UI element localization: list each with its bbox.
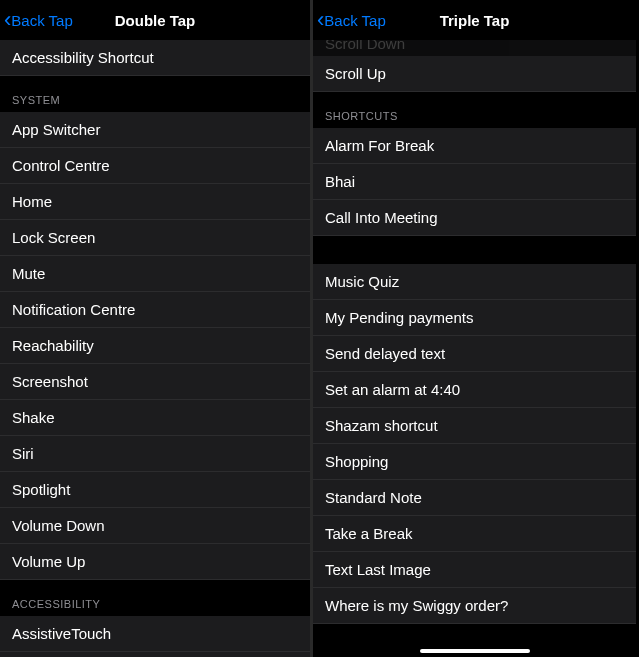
system-group: App Switcher Control Centre Home Lock Sc… [0, 112, 310, 580]
option-take-a-break[interactable]: Take a Break [313, 516, 636, 552]
settings-list: Accessibility Shortcut SYSTEM App Switch… [0, 40, 310, 657]
shortcuts-group-continued: Music Quiz My Pending payments Send dela… [313, 264, 636, 624]
option-reachability[interactable]: Reachability [0, 328, 310, 364]
option-shazam-shortcut[interactable]: Shazam shortcut [313, 408, 636, 444]
option-app-switcher[interactable]: App Switcher [0, 112, 310, 148]
shortcuts-group: Alarm For Break Bhai Call Into Meeting [313, 128, 636, 236]
option-swiggy-order[interactable]: Where is my Swiggy order? [313, 588, 636, 624]
nav-bar: ‹ Back Tap Double Tap [0, 0, 310, 40]
option-accessibility-shortcut[interactable]: Accessibility Shortcut [0, 40, 310, 76]
option-alarm-for-break[interactable]: Alarm For Break [313, 128, 636, 164]
option-volume-down[interactable]: Volume Down [0, 508, 310, 544]
screen-double-tap: ‹ Back Tap Double Tap Accessibility Shor… [0, 0, 313, 657]
chevron-left-icon: ‹ [4, 9, 11, 31]
home-indicator-area [313, 649, 636, 653]
option-lock-screen[interactable]: Lock Screen [0, 220, 310, 256]
option-spotlight[interactable]: Spotlight [0, 472, 310, 508]
option-standard-note[interactable]: Standard Note [313, 480, 636, 516]
chevron-left-icon: ‹ [317, 9, 324, 31]
option-siri[interactable]: Siri [0, 436, 310, 472]
option-classic-invert[interactable]: Classic Invert [0, 652, 310, 657]
option-my-pending-payments[interactable]: My Pending payments [313, 300, 636, 336]
option-set-an-alarm[interactable]: Set an alarm at 4:40 [313, 372, 636, 408]
back-button[interactable]: ‹ Back Tap [313, 9, 386, 31]
page-title: Triple Tap [440, 12, 510, 29]
option-scroll-down-partial[interactable]: Scroll Down [313, 40, 636, 56]
option-bhai[interactable]: Bhai [313, 164, 636, 200]
back-label: Back Tap [11, 12, 72, 29]
option-control-centre[interactable]: Control Centre [0, 148, 310, 184]
option-text-last-image[interactable]: Text Last Image [313, 552, 636, 588]
option-volume-up[interactable]: Volume Up [0, 544, 310, 580]
home-indicator-icon [420, 649, 530, 653]
option-scroll-up[interactable]: Scroll Up [313, 56, 636, 92]
option-shake[interactable]: Shake [0, 400, 310, 436]
page-title: Double Tap [115, 12, 196, 29]
section-header-system: SYSTEM [0, 76, 310, 112]
back-label: Back Tap [324, 12, 385, 29]
option-mute[interactable]: Mute [0, 256, 310, 292]
option-music-quiz[interactable]: Music Quiz [313, 264, 636, 300]
option-screenshot[interactable]: Screenshot [0, 364, 310, 400]
section-header-shortcuts: SHORTCUTS [313, 92, 636, 128]
option-home[interactable]: Home [0, 184, 310, 220]
back-button[interactable]: ‹ Back Tap [0, 9, 73, 31]
section-header-accessibility: ACCESSIBILITY [0, 580, 310, 616]
option-notification-centre[interactable]: Notification Centre [0, 292, 310, 328]
screen-triple-tap: ‹ Back Tap Triple Tap Scroll Down Scroll… [313, 0, 636, 657]
nav-bar: ‹ Back Tap Triple Tap [313, 0, 636, 40]
option-send-delayed-text[interactable]: Send delayed text [313, 336, 636, 372]
option-shopping[interactable]: Shopping [313, 444, 636, 480]
settings-list: Scroll Down Scroll Up SHORTCUTS Alarm Fo… [313, 40, 636, 624]
option-call-into-meeting[interactable]: Call Into Meeting [313, 200, 636, 236]
accessibility-group: AssistiveTouch Classic Invert [0, 616, 310, 657]
list-gap [313, 236, 636, 264]
option-assistivetouch[interactable]: AssistiveTouch [0, 616, 310, 652]
